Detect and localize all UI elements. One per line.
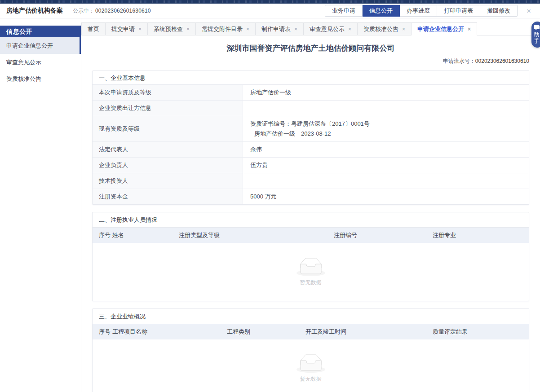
sidebar-item-label: 申请企业信息公开 <box>6 42 53 50</box>
tab-submit-application[interactable]: 提交申请 × <box>106 22 148 35</box>
performance-empty-state: 暂无数据 <box>93 339 529 392</box>
sidebar-item-review-opinion[interactable]: 审查意见公示 <box>0 54 81 70</box>
empty-text: 暂无数据 <box>300 279 322 286</box>
page-title: 深圳市国誉资产评估房地产土地估价顾问有限公司 <box>81 43 540 53</box>
section-basic-info: 一、企业基本信息 本次申请资质及等级 房地产估价一级 企业资质出让方信息 现有资… <box>92 70 529 205</box>
tab-system-precheck[interactable]: 系统预检查 × <box>148 22 196 35</box>
print-application-button[interactable]: 打印申请表 <box>437 5 480 17</box>
titlebar: 房地产估价机构备案 公示中： 002023062601630610 业务申请 信… <box>0 4 540 18</box>
serial-number: 002023062601630610 <box>475 58 529 64</box>
assistant-button[interactable]: 助手 <box>531 22 540 48</box>
section-title: 二、注册执业人员情况 <box>93 212 529 228</box>
sidebar-header: 信息公开 <box>0 26 81 37</box>
tab-qualification-notice[interactable]: 资质核准公告 × <box>358 22 412 35</box>
cert-number-line: 资质证书编号：粤建房估深备〔2017〕0001号 <box>250 120 524 128</box>
table-row: 法定代表人 余伟 <box>93 142 529 158</box>
table-row: 企业负责人 伍方贵 <box>93 158 529 173</box>
close-icon[interactable]: × <box>524 6 534 16</box>
table-row: 企业资质出让方信息 <box>93 101 529 116</box>
table-row: 现有资质及等级 资质证书编号：粤建房估深备〔2017〕0001号 房地产估价一级… <box>93 116 529 142</box>
assistant-label: 助手 <box>534 31 540 44</box>
sidebar-item-label: 资质核准公告 <box>6 75 41 83</box>
business-apply-button[interactable]: 业务申请 <box>325 5 363 17</box>
chat-icon <box>534 25 540 30</box>
sidebar-item-label: 审查意见公示 <box>6 58 41 66</box>
section-registered-personnel: 二、注册执业人员情况 序号 姓名 注册类型及等级 注册编号 注册专业 <box>92 212 529 301</box>
publicity-status: 公示中： 002023062601630610 <box>73 7 151 15</box>
tab-close-icon[interactable]: × <box>402 26 405 32</box>
sidebar: 信息公开 申请企业信息公开 审查意见公示 资质核准公告 <box>0 18 81 392</box>
section-performance: 三、企业业绩概况 序号 工程项目名称 工程类别 开工及竣工时间 质量评定结果 <box>92 308 529 392</box>
tab-make-application-form[interactable]: 制作申请表 × <box>256 22 304 35</box>
tab-close-icon[interactable]: × <box>468 26 471 32</box>
status-serial-number: 002023062601630610 <box>95 8 151 14</box>
tab-close-icon[interactable]: × <box>294 26 297 32</box>
tab-close-icon[interactable]: × <box>186 26 190 32</box>
table-row: 注册资本金 5000 万元 <box>93 189 529 204</box>
tab-attachment-list[interactable]: 需提交附件目录 × <box>196 22 256 35</box>
section-title: 三、企业业绩概况 <box>93 309 529 324</box>
section-title: 一、企业基本信息 <box>93 71 529 85</box>
progress-button[interactable]: 办事进度 <box>400 5 437 17</box>
tab-home[interactable]: 首页 <box>81 22 106 35</box>
app-title: 房地产估价机构备案 <box>6 7 63 15</box>
qualification-line: 房地产估价一级 2023-08-12 <box>250 130 524 138</box>
performance-table-header: 序号 工程项目名称 工程类别 开工及竣工时间 质量评定结果 <box>93 324 529 339</box>
withdraw-modify-button[interactable]: 撤回修改 <box>480 5 518 17</box>
tab-bar: 首页 提交申请 × 系统预检查 × 需提交附件目录 × 制作申请表 × 审查意见… <box>81 22 540 35</box>
sidebar-item-apply-company-disclosure[interactable]: 申请企业信息公开 <box>0 37 81 54</box>
application-serial: 申请流水号：002023062601630610 <box>81 57 529 65</box>
content-area[interactable]: 深圳市国誉资产评估房地产土地估价顾问有限公司 申请流水号：00202306260… <box>81 35 540 392</box>
tab-apply-company-disclosure[interactable]: 申请企业信息公开 × <box>412 22 477 35</box>
status-label: 公示中： <box>73 7 94 15</box>
tab-review-opinion[interactable]: 审查意见公示 × <box>304 22 358 35</box>
empty-box-icon <box>297 258 325 276</box>
info-disclosure-button[interactable]: 信息公开 <box>363 5 400 17</box>
empty-box-icon <box>297 354 325 373</box>
tab-close-icon[interactable]: × <box>138 26 142 32</box>
sidebar-item-qualification-notice[interactable]: 资质核准公告 <box>0 70 81 87</box>
tab-close-icon[interactable]: × <box>348 26 351 32</box>
table-row: 本次申请资质及等级 房地产估价一级 <box>93 85 529 101</box>
empty-text: 暂无数据 <box>300 375 322 383</box>
personnel-table-header: 序号 姓名 注册类型及等级 注册编号 注册专业 <box>93 228 529 243</box>
background-window-strip <box>0 0 540 4</box>
personnel-empty-state: 暂无数据 <box>93 243 529 301</box>
tab-close-icon[interactable]: × <box>246 26 249 32</box>
table-row: 技术投资人 <box>93 173 529 189</box>
top-nav-button-group: 业务申请 信息公开 办事进度 打印申请表 撤回修改 <box>325 5 518 17</box>
